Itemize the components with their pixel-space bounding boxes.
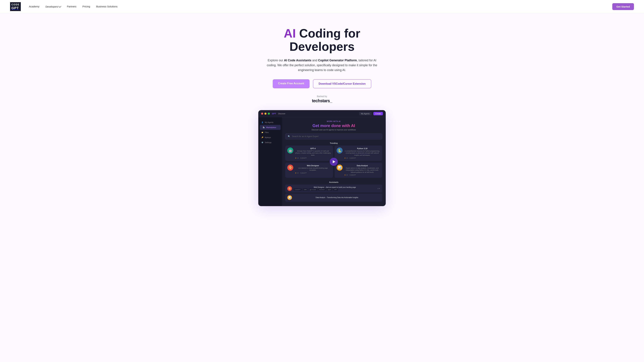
window-actions: My Agents Create — [359, 112, 383, 115]
app-search-bar[interactable]: 🔍 Search for an AI Agent Expert — [285, 133, 382, 139]
python-info: Python 3.10 A comprehensive resource for… — [344, 147, 380, 159]
window-tab: Discover — [278, 113, 286, 115]
apkeys-icon: 🔑 — [261, 136, 264, 139]
data-analyst-info: Data Analyst Expert advice on data analy… — [344, 165, 380, 176]
search-placeholder-text: Search for an AI Agent Expert — [292, 135, 318, 138]
web-designer-icon: 🎨 — [287, 165, 293, 171]
get-started-button[interactable]: Get Started — [612, 3, 634, 10]
sidebar-item-files[interactable]: 📁 Files — [258, 130, 282, 135]
nav-link-academy[interactable]: Academy — [29, 5, 40, 8]
trending-label: Trending — [285, 142, 382, 144]
sidebar-item-my-agents[interactable]: 👤 My Agents — [258, 120, 282, 125]
window-close-dot — [261, 113, 263, 115]
tag-assistant: Assistant — [318, 189, 326, 191]
nav-item-academy[interactable]: Academy — [29, 5, 40, 8]
my-agents-icon: 👤 — [261, 121, 264, 123]
assistant-analyst-name: Data Analyst – Transforming Data into Ac… — [294, 197, 380, 198]
files-icon: 📁 — [261, 131, 264, 134]
chevron-down-icon — [58, 5, 61, 8]
tag-agent: Agent — [327, 189, 332, 191]
nav-links: Academy Developers Partners Pricing Busi… — [29, 5, 118, 8]
python-rating: ★ 4.8 — [344, 157, 348, 159]
gpt4-rating: ★ 4.9 — [295, 157, 299, 159]
app-main-desc: Discover and use AI agents to improve yo… — [285, 129, 382, 131]
navbar: CODE GPT Academy Developers Partners Pri… — [0, 0, 644, 13]
python-name: Python 3.10 — [344, 147, 380, 149]
window-expand-dot — [268, 113, 270, 115]
hero-content: AI Coding for Developers Explore our AI … — [246, 13, 398, 216]
web-designer-name: Web Designer — [295, 165, 331, 167]
nav-item-developers[interactable]: Developers — [46, 5, 61, 8]
nav-left: CODE GPT Academy Developers Partners Pri… — [10, 2, 118, 11]
my-agents-window-btn[interactable]: My Agents — [359, 112, 372, 115]
window-bar: GPT Discover My Agents Create — [258, 110, 386, 117]
techstars-logo: techstars_ — [312, 98, 332, 103]
assistant-web-actions[interactable]: 4 ✦ — [378, 188, 380, 189]
marketplace-icon: 🏪 — [262, 126, 265, 129]
gpt4-info: GPT-4 Stronger than ChatGPT in question … — [295, 147, 331, 159]
nav-link-business[interactable]: Business Solutions — [96, 5, 118, 8]
agent-card-gpt4[interactable]: 🤖 GPT-4 Stronger than ChatGPT in questio… — [285, 145, 333, 161]
assistant-web-name: Web Designer – Ask an expert to build yo… — [294, 186, 376, 188]
web-designer-rating: ★ 4.0 — [295, 172, 299, 174]
assistant-analyst-icon: 📊 — [287, 195, 292, 200]
app-screenshot: GPT Discover My Agents Create 👤 My Age — [258, 110, 386, 206]
backed-by: Backed by techstars_ — [312, 95, 332, 103]
data-analyst-desc: Expert advice on data analysis, visualiz… — [344, 167, 380, 173]
assistant-web-icon: 🎨 — [287, 186, 292, 191]
agent-card-web-designer[interactable]: 🎨 Web Designer Use tailwind to create be… — [285, 163, 333, 178]
nav-link-pricing[interactable]: Pricing — [82, 5, 90, 8]
web-designer-desc: Use tailwind to create beautiful landing… — [295, 167, 331, 171]
settings-icon: ⚙️ — [261, 141, 264, 144]
agent-card-data-analyst[interactable]: 📊 Data Analyst Expert advice on data ana… — [334, 163, 382, 178]
gpt4-meta: ★ 4.9 CodeGPT — [295, 157, 331, 159]
python-meta: ★ 4.8 CodeGPT — [344, 157, 380, 159]
app-header-text: WORK WITH AI Get more done with AI Disco… — [285, 120, 382, 131]
play-button[interactable] — [330, 158, 338, 166]
data-analyst-rating: ★ 2.8 — [344, 174, 348, 176]
gpt4-desc: Stronger than ChatGPT in question of mat… — [295, 150, 331, 156]
sidebar-item-apkeys[interactable]: 🔑 Apkeys — [258, 135, 282, 140]
nav-link-developers[interactable]: Developers — [46, 5, 61, 8]
hero-section: AI Coding for Developers Explore our AI … — [0, 13, 644, 216]
gpt4-icon: 🤖 — [287, 147, 293, 153]
data-analyst-meta: ★ 2.8 CodeGPT — [344, 174, 380, 176]
app-main-content: WORK WITH AI Get more done with AI Disco… — [282, 117, 386, 206]
hero-title-ai: AI — [284, 27, 296, 40]
app-sidebar: 👤 My Agents 🏪 Marketplace 📁 Files � — [258, 117, 282, 206]
data-analyst-icon: 📊 — [336, 165, 343, 171]
window-minimize-dot — [264, 113, 266, 115]
nav-item-partners[interactable]: Partners — [67, 5, 76, 8]
assistant-analyst-info: Data Analyst – Transforming Data into Ac… — [294, 197, 380, 199]
python-icon: 🐍 — [336, 147, 343, 153]
nav-item-pricing[interactable]: Pricing — [82, 5, 90, 8]
tag-1988: 1988 — [303, 189, 308, 191]
tag-gpt4turbo: gpt-4-turbo — [308, 189, 317, 191]
create-window-btn[interactable]: Create — [373, 112, 383, 115]
hero-title: AI Coding for Developers — [250, 27, 394, 53]
backed-by-label: Backed by — [317, 95, 327, 97]
window-controls — [261, 113, 270, 115]
assistants-label: Assistants — [285, 181, 382, 183]
web-designer-info: Web Designer Use tailwind to create beau… — [295, 165, 331, 174]
hero-title-rest: Coding for Developers — [290, 27, 360, 53]
gpt4-name: GPT-4 — [295, 147, 331, 149]
assistant-row-data-analyst[interactable]: 📊 Data Analyst – Transforming Data into … — [285, 194, 382, 202]
logo-link[interactable]: CODE GPT — [10, 2, 21, 11]
assistant-web-tags: CodeGPT 1988 gpt-4-turbo Assistant Agent… — [294, 189, 376, 191]
app-window: GPT Discover My Agents Create 👤 My Age — [258, 110, 386, 206]
sidebar-item-settings[interactable]: ⚙️ Settings — [258, 140, 282, 145]
sidebar-item-marketplace[interactable]: 🏪 Marketplace — [260, 125, 280, 130]
web-designer-meta: ★ 4.0 CodeGPT — [295, 172, 331, 174]
assistant-row-web-designer[interactable]: 🎨 Web Designer – Ask an expert to build … — [285, 185, 382, 193]
logo-code: CODE — [12, 3, 20, 6]
data-analyst-name: Data Analyst — [344, 165, 380, 167]
download-extension-button[interactable]: Download VSCode/Cursor Extension — [313, 79, 371, 88]
nav-item-business[interactable]: Business Solutions — [96, 5, 118, 8]
create-account-button[interactable]: Create Free Account — [273, 79, 310, 88]
app-layout: 👤 My Agents 🏪 Marketplace 📁 Files � — [258, 117, 386, 206]
nav-link-partners[interactable]: Partners — [67, 5, 76, 8]
hero-buttons: Create Free Account Download VSCode/Curs… — [273, 79, 371, 88]
agent-card-python[interactable]: 🐍 Python 3.10 A comprehensive resource f… — [334, 145, 382, 161]
app-main-title: Get more done with AI — [285, 123, 382, 128]
